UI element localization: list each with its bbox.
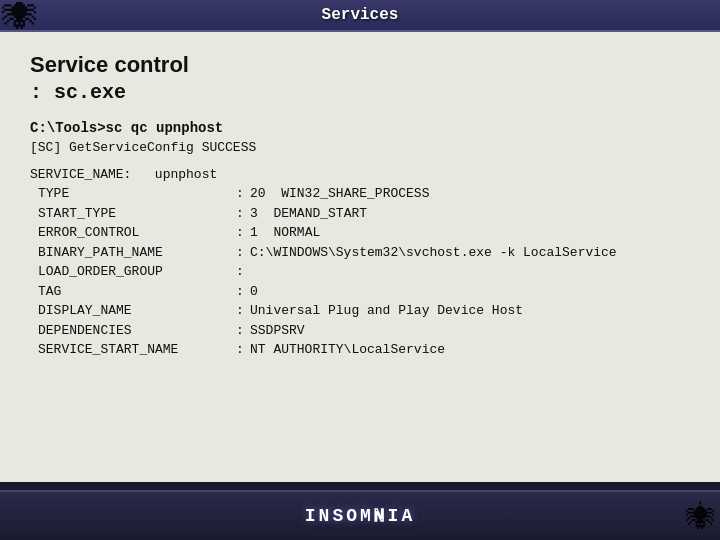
table-row: SERVICE_START_NAME : NT AUTHORITY\LocalS…	[30, 340, 690, 360]
table-row: DEPENDENCIES : SSDPSRV	[30, 321, 690, 341]
footer-title: INSOMNIA	[305, 506, 415, 526]
spider-icon-top: 🕷	[0, 0, 36, 36]
table-row: TYPE : 20 WIN32_SHARE_PROCESS	[30, 184, 690, 204]
header-bar: Services	[0, 0, 720, 32]
service-control-heading: Service control	[30, 52, 690, 78]
main-content: Service control : sc.exe C:\Tools>sc qc …	[0, 32, 720, 482]
service-block: SERVICE_NAME: upnphost TYPE : 20 WIN32_S…	[30, 167, 690, 360]
service-name-row: SERVICE_NAME: upnphost	[30, 167, 690, 182]
table-row: ERROR_CONTROL : 1 NORMAL	[30, 223, 690, 243]
service-control-subtitle: : sc.exe	[30, 80, 690, 104]
table-row: BINARY_PATH_NAME : C:\WINDOWS\System32\s…	[30, 243, 690, 263]
footer-bar: INSOMNIA 🕷	[0, 490, 720, 540]
command-line: C:\Tools>sc qc upnphost	[30, 120, 690, 136]
table-row: START_TYPE : 3 DEMAND_START	[30, 204, 690, 224]
table-row: DISPLAY_NAME : Universal Plug and Play D…	[30, 301, 690, 321]
table-row: TAG : 0	[30, 282, 690, 302]
get-service-result: [SC] GetServiceConfig SUCCESS	[30, 140, 690, 155]
hollow-n-letter: N	[374, 506, 388, 526]
page-title: Services	[322, 6, 399, 24]
table-row: LOAD_ORDER_GROUP :	[30, 262, 690, 282]
spider-icon-bottom: 🕷	[686, 500, 716, 536]
